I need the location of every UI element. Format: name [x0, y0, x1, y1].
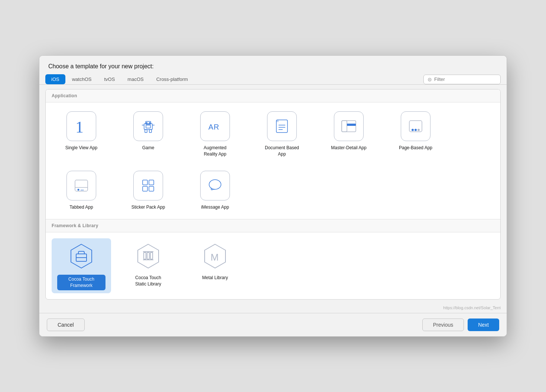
cocoa-touch-framework-label: Cocoa TouchFramework — [57, 275, 105, 290]
svg-rect-29 — [149, 186, 154, 191]
footer-right-buttons: Previous Next — [422, 318, 499, 331]
game-label: Game — [142, 145, 155, 151]
svg-point-20 — [415, 129, 417, 131]
sticker-pack-app-label: Sticker Pack App — [131, 204, 165, 210]
svg-marker-31 — [71, 244, 92, 268]
cocoa-touch-framework-icon — [66, 241, 96, 271]
tabbed-app-icon: ••• — [66, 171, 96, 200]
watermark: https://blog.csdn.net/Solar_Terri — [39, 304, 507, 313]
cocoa-touch-static-library-icon — [133, 241, 163, 271]
previous-button[interactable]: Previous — [422, 318, 464, 331]
tab-bar: iOS watchOS tvOS macOS Cross-platform ⊜ — [39, 74, 507, 85]
svg-rect-37 — [150, 252, 153, 259]
new-project-dialog: Choose a template for your new project: … — [39, 55, 507, 337]
document-app-label: Document BasedApp — [265, 145, 299, 157]
metal-library-label: Metal Library — [202, 275, 228, 281]
template-master-detail-app[interactable]: Master-Detail App — [319, 108, 378, 160]
game-icon — [133, 111, 163, 141]
tab-cross-platform[interactable]: Cross-platform — [150, 74, 194, 84]
single-view-app-label: Single View App — [65, 145, 98, 151]
cancel-button[interactable]: Cancel — [47, 318, 85, 331]
template-tabbed-app[interactable]: ••• Tabbed App — [52, 168, 111, 213]
svg-point-3 — [146, 122, 147, 124]
filter-container: ⊜ — [423, 75, 501, 84]
svg-point-30 — [209, 180, 221, 189]
ar-app-icon: AR — [200, 111, 230, 141]
framework-templates-grid: Cocoa TouchFramework Cocoa TouchStatic — [46, 232, 500, 299]
svg-rect-9 — [146, 125, 150, 128]
tab-macos[interactable]: macOS — [121, 74, 149, 84]
single-view-app-icon: 1 — [66, 111, 96, 141]
svg-rect-8 — [149, 130, 152, 133]
tab-watchos[interactable]: watchOS — [66, 74, 98, 84]
svg-text:AR: AR — [208, 123, 220, 131]
template-ar-app[interactable]: AR AugmentedReality App — [185, 108, 245, 160]
svg-rect-7 — [145, 130, 147, 133]
svg-rect-27 — [149, 180, 154, 185]
template-game[interactable]: Game — [118, 108, 178, 160]
svg-rect-17 — [347, 124, 356, 126]
filter-icon: ⊜ — [428, 76, 432, 82]
template-metal-library[interactable]: M Metal Library — [185, 238, 245, 293]
svg-rect-26 — [143, 180, 147, 185]
svg-point-4 — [149, 122, 150, 124]
template-cocoa-touch-framework[interactable]: Cocoa TouchFramework — [52, 238, 111, 293]
dialog-title: Choose a template for your new project: — [39, 56, 507, 74]
next-button[interactable]: Next — [468, 318, 499, 331]
metal-library-icon: M — [200, 241, 230, 271]
template-page-based-app[interactable]: Page-Based App — [386, 108, 445, 160]
svg-rect-35 — [144, 252, 146, 259]
svg-marker-34 — [138, 244, 159, 268]
master-detail-app-label: Master-Detail App — [331, 145, 366, 151]
template-imessage-app[interactable]: iMessage App — [185, 168, 245, 213]
svg-text:M: M — [211, 252, 219, 263]
page-based-app-icon — [401, 111, 430, 141]
template-document-app[interactable]: Document BasedApp — [252, 108, 312, 160]
cocoa-touch-static-library-label: Cocoa TouchStatic Library — [135, 275, 161, 287]
imessage-app-icon — [200, 171, 230, 200]
imessage-app-label: iMessage App — [201, 204, 229, 210]
page-based-app-label: Page-Based App — [399, 145, 432, 151]
filter-input[interactable] — [434, 76, 497, 82]
svg-text:1: 1 — [75, 118, 84, 135]
template-cocoa-touch-static-library[interactable]: Cocoa TouchStatic Library — [118, 238, 178, 293]
tab-tvos[interactable]: tvOS — [98, 74, 121, 84]
svg-rect-28 — [143, 186, 147, 191]
application-section-header: Application — [46, 89, 500, 102]
template-sticker-pack-app[interactable]: Sticker Pack App — [118, 168, 178, 213]
template-single-view-app[interactable]: 1 Single View App — [52, 108, 111, 160]
svg-rect-36 — [147, 252, 149, 259]
tabbed-app-label: Tabbed App — [69, 204, 93, 210]
svg-point-21 — [417, 129, 420, 131]
svg-text:•••: ••• — [81, 188, 84, 192]
content-area: Application 1 Single View App — [45, 89, 501, 300]
ar-app-label: AugmentedReality App — [204, 145, 226, 157]
dialog-footer: Cancel Previous Next — [39, 313, 507, 336]
application-templates-grid: 1 Single View App — [46, 102, 500, 219]
svg-point-24 — [78, 189, 79, 190]
sticker-pack-app-icon — [133, 171, 163, 200]
framework-section-header: Framework & Library — [46, 219, 500, 232]
document-app-icon — [267, 111, 297, 141]
master-detail-app-icon — [334, 111, 364, 141]
svg-point-19 — [412, 129, 414, 131]
tab-ios[interactable]: iOS — [45, 74, 65, 84]
svg-rect-16 — [342, 121, 347, 132]
svg-rect-15 — [342, 121, 356, 132]
